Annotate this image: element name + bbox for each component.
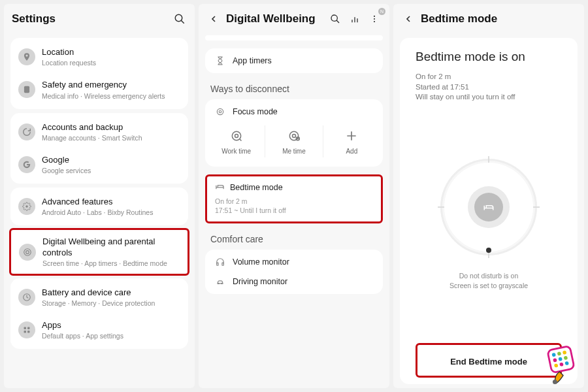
row-sub: Screen time · App timers · Bedtime mode	[42, 259, 180, 267]
row-sub: Storage · Memory · Device protection	[42, 299, 180, 307]
svg-point-20	[219, 110, 221, 113]
page-title: Settings	[12, 12, 167, 25]
row-title: Apps	[42, 320, 180, 331]
metime-icon	[286, 128, 302, 144]
svg-rect-29	[217, 263, 218, 265]
row-title: Battery and device care	[42, 287, 180, 298]
wellbeing-panel: Digital Wellbeing App timers Ways to dis…	[199, 4, 389, 388]
back-icon[interactable]	[401, 12, 416, 26]
comfort-label: Driving monitor	[233, 277, 287, 286]
settings-row-wellbeing[interactable]: Digital Wellbeing and parental controls …	[9, 228, 189, 276]
back-icon[interactable]	[206, 12, 221, 26]
svg-rect-7	[24, 327, 27, 330]
svg-point-32	[221, 284, 222, 284]
page-title: Digital Wellbeing	[226, 12, 316, 25]
wellbeing-header: Digital Wellbeing	[199, 4, 389, 34]
svg-point-22	[235, 135, 238, 138]
hourglass-icon	[214, 56, 226, 65]
row-title: Advanced features	[42, 197, 180, 207]
dial-sub-1: Screen is set to grayscale	[449, 281, 528, 291]
dashboard-card-peek	[205, 35, 383, 41]
bed-icon	[474, 193, 503, 221]
app-timers-row[interactable]: App timers	[205, 51, 383, 71]
bedtime-mode-label: Bedtime mode	[230, 183, 283, 192]
headphones-icon	[214, 257, 226, 267]
bedtime-sub1: On for 2 m	[215, 197, 373, 206]
app-timers-card: App timers	[205, 48, 383, 73]
search-icon[interactable]	[172, 12, 187, 26]
row-title: Location	[42, 47, 180, 57]
settings-row-safety[interactable]: Safety and emergency Medical info · Wire…	[10, 73, 188, 106]
settings-row-apps[interactable]: Apps Default apps · App settings	[10, 314, 188, 346]
svg-point-5	[26, 250, 29, 253]
svg-point-16	[374, 16, 375, 17]
settings-row-battery[interactable]: Battery and device care Storage · Memory…	[10, 281, 188, 314]
row-sub: Medical info · Wireless emergency alerts	[42, 92, 180, 100]
focus-card: Focus mode Work time Me time Add	[205, 99, 383, 167]
wellbeing-icon	[19, 244, 36, 261]
comfort-row-headphones[interactable]: Volume monitor	[205, 252, 383, 272]
focus-mode-label: Focus mode	[233, 107, 278, 116]
row-title: Google	[42, 155, 180, 165]
row-sub: Default apps · App settings	[42, 332, 180, 340]
row-title: Digital Wellbeing and parental controls	[42, 237, 180, 258]
row-sub: Manage accounts · Smart Switch	[42, 134, 180, 142]
svg-point-19	[217, 108, 223, 114]
comfort-card: Volume monitor Driving monitor	[205, 250, 383, 294]
svg-rect-8	[27, 327, 30, 330]
accounts-icon	[18, 123, 35, 140]
chart-icon[interactable]	[348, 12, 362, 26]
car-icon	[214, 277, 226, 286]
settings-row-location[interactable]: Location Location requests	[10, 41, 188, 73]
location-icon	[18, 48, 35, 65]
target-icon	[214, 107, 226, 116]
end-bedtime-button[interactable]: End Bedtime mode	[417, 350, 560, 373]
focus-mode-row[interactable]: Focus mode	[205, 102, 383, 122]
svg-rect-30	[222, 263, 223, 265]
svg-point-18	[374, 21, 375, 22]
settings-row-advanced[interactable]: Advanced features Android Auto · Labs · …	[10, 190, 188, 223]
page-title: Bedtime mode	[421, 12, 497, 25]
status-line-1: Started at 17:51	[416, 82, 562, 93]
svg-point-31	[218, 284, 219, 284]
row-title: Safety and emergency	[42, 80, 180, 90]
dial-sub-0: Do not disturb is on	[449, 271, 528, 281]
bedtime-panel: Bedtime mode Bedtime mode is on On for 2…	[393, 4, 584, 388]
focus-me-time[interactable]: Me time	[265, 125, 323, 157]
focus-work-time[interactable]: Work time	[208, 125, 265, 157]
settings-row-google[interactable]: Google Google services	[10, 148, 188, 181]
bedtime-mode-card[interactable]: Bedtime mode On for 2 m 17:51 ~ Until I …	[205, 174, 383, 223]
search-icon[interactable]	[328, 12, 342, 26]
svg-point-4	[24, 248, 31, 255]
triple-label: Add	[346, 148, 357, 155]
svg-line-1	[181, 20, 184, 24]
triple-label: Me time	[282, 148, 306, 155]
bedtime-sub2: 17:51 ~ Until I turn it off	[215, 206, 373, 216]
battery-icon	[18, 289, 35, 306]
row-title: Accounts and backup	[42, 122, 180, 133]
advanced-icon	[18, 198, 35, 215]
bedtime-header: Bedtime mode	[393, 4, 584, 34]
comfort-label: Comfort care	[199, 227, 389, 246]
comfort-label: Volume monitor	[233, 257, 289, 267]
svg-line-12	[336, 20, 339, 23]
comfort-row-car[interactable]: Driving monitor	[205, 272, 383, 291]
triple-label: Work time	[221, 148, 251, 155]
more-icon[interactable]	[367, 12, 382, 26]
bedtime-heading: Bedtime mode is on	[416, 50, 562, 64]
add-icon	[344, 128, 359, 144]
settings-row-accounts[interactable]: Accounts and backup Manage accounts · Sm…	[10, 116, 188, 148]
worktime-icon	[229, 128, 244, 144]
bedtime-dial[interactable]	[436, 155, 541, 259]
svg-point-24	[292, 135, 295, 138]
bed-icon	[215, 182, 225, 193]
bedtime-body: Bedtime mode is on On for 2 m Started at…	[400, 38, 578, 384]
row-sub: Location requests	[42, 59, 180, 67]
safety-icon	[18, 81, 35, 98]
svg-point-3	[25, 205, 28, 208]
focus-add[interactable]: Add	[323, 125, 380, 157]
end-bedtime-wrap: End Bedtime mode	[416, 343, 562, 378]
svg-rect-2	[24, 86, 29, 93]
svg-point-17	[374, 18, 375, 20]
svg-point-0	[175, 14, 182, 22]
